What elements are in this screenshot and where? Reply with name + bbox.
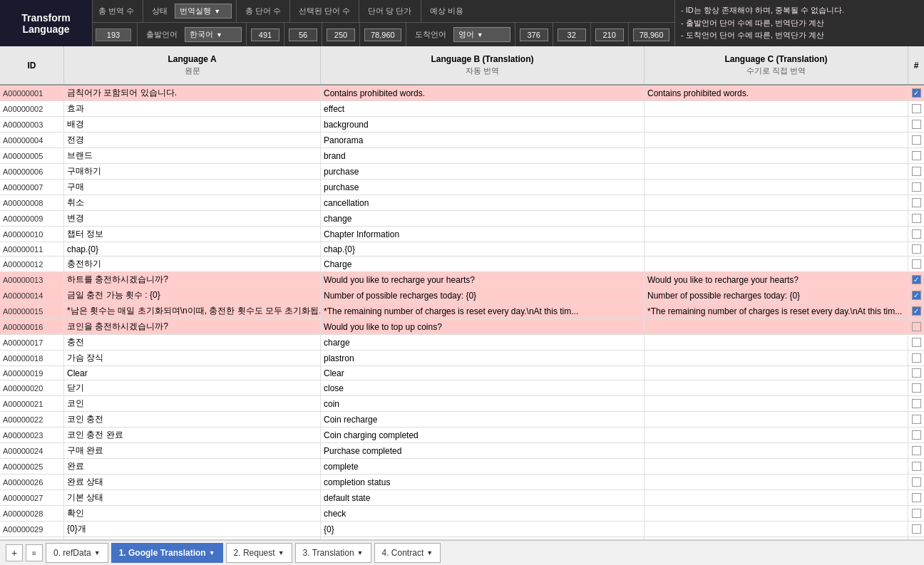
tab-2[interactable]: 2. Request ▼ <box>226 543 292 563</box>
row-checkbox[interactable] <box>912 322 921 331</box>
row-checkbox[interactable] <box>912 182 921 192</box>
cell-checkbox[interactable] <box>908 242 924 256</box>
cell-checkbox[interactable] <box>908 396 924 411</box>
cell-checkbox[interactable] <box>908 117 924 132</box>
table-row[interactable]: A00000009 변경 change <box>0 211 924 227</box>
table-row[interactable]: A00000025 완료 complete <box>0 459 924 475</box>
table-row[interactable]: A00000019 Clear Clear <box>0 366 924 380</box>
cell-checkbox[interactable]: ✓ <box>908 272 924 287</box>
row-checkbox[interactable] <box>912 524 921 534</box>
status-dropdown[interactable]: 번역실행 <box>175 4 232 19</box>
table-row[interactable]: A00000001 금칙어가 포함되어 있습니다. Contains prohi… <box>0 85 924 101</box>
row-checkbox[interactable] <box>912 368 921 378</box>
tab-3[interactable]: 3. Translation ▼ <box>295 543 371 563</box>
row-checkbox[interactable] <box>912 229 921 239</box>
source-lang-dropdown[interactable]: 한국어 <box>185 27 242 42</box>
row-checkbox[interactable] <box>912 244 921 254</box>
table-row[interactable]: A00000005 브랜드 brand <box>0 148 924 164</box>
cell-checkbox[interactable] <box>908 256 924 271</box>
table-row[interactable]: A00000021 코인 coin <box>0 396 924 412</box>
row-checkbox[interactable] <box>912 353 921 363</box>
cell-checkbox[interactable] <box>908 195 924 210</box>
row-checkbox[interactable] <box>912 399 921 408</box>
table-row[interactable]: A00000028 확인 check <box>0 506 924 522</box>
row-checkbox[interactable] <box>912 415 921 424</box>
table-row[interactable]: A00000011 chap.{0} chap.{0} <box>0 242 924 256</box>
table-row[interactable]: A00000023 코인 충전 완료 Coin charging complet… <box>0 427 924 443</box>
table-row[interactable]: A00000004 전경 Panorama <box>0 133 924 148</box>
tab-1[interactable]: 1. Google Translation ▼ <box>111 543 223 563</box>
cell-checkbox[interactable] <box>908 475 924 489</box>
cell-checkbox[interactable] <box>908 506 924 521</box>
row-checkbox[interactable] <box>912 446 921 455</box>
cell-checkbox[interactable] <box>908 101 924 116</box>
table-row[interactable]: A00000017 충전 charge <box>0 335 924 351</box>
tab-menu-button[interactable]: ≡ <box>26 544 43 561</box>
table-row[interactable]: A00000006 구매하기 purchase <box>0 164 924 180</box>
table-row[interactable]: A00000014 금일 충전 가능 횟수 : {0} Number of po… <box>0 288 924 304</box>
table-row[interactable]: A00000018 가슴 장식 plastron <box>0 351 924 366</box>
table-row[interactable]: A00000007 구매 purchase <box>0 180 924 195</box>
table-row[interactable]: A00000026 완료 상태 completion status <box>0 475 924 490</box>
cell-lang-c <box>645 133 908 147</box>
table-row[interactable]: A00000013 하트를 충전하시겠습니까? Would you like t… <box>0 272 924 288</box>
table-row[interactable]: A00000002 효과 effect <box>0 101 924 117</box>
table-row[interactable]: A00000003 배경 background <box>0 117 924 133</box>
table-row[interactable]: A00000024 구매 완료 Purchase completed <box>0 443 924 459</box>
row-checkbox[interactable] <box>912 104 921 113</box>
cell-checkbox[interactable] <box>908 380 924 395</box>
row-checkbox[interactable] <box>912 151 921 160</box>
cell-checkbox[interactable] <box>908 412 924 427</box>
cell-checkbox[interactable] <box>908 211 924 226</box>
row-checkbox[interactable] <box>912 430 921 440</box>
row-checkbox[interactable] <box>912 167 921 176</box>
row-checkbox[interactable] <box>912 493 921 502</box>
cell-checkbox[interactable]: ✓ <box>908 85 924 100</box>
row-checkbox[interactable]: ✓ <box>912 291 921 300</box>
table-row[interactable]: A00000029 {0}개 {0} <box>0 522 924 537</box>
cell-id: A00000006 <box>0 164 64 179</box>
row-checkbox[interactable]: ✓ <box>912 275 921 284</box>
cell-checkbox[interactable] <box>908 351 924 366</box>
table-row[interactable]: A00000008 취소 cancellation <box>0 195 924 211</box>
cell-checkbox[interactable] <box>908 227 924 242</box>
row-checkbox[interactable] <box>912 477 921 487</box>
cell-checkbox[interactable] <box>908 443 924 458</box>
row-checkbox[interactable] <box>912 338 921 347</box>
table-row[interactable]: A00000015 *남은 횟수는 매일 초기화되며\n이때, 충전한 횟수도 … <box>0 304 924 319</box>
row-checkbox[interactable] <box>912 214 921 223</box>
cell-checkbox[interactable] <box>908 319 924 334</box>
row-checkbox[interactable] <box>912 383 921 393</box>
row-checkbox[interactable] <box>912 198 921 207</box>
table-row[interactable]: A00000022 코인 충전 Coin recharge <box>0 412 924 427</box>
table-row[interactable]: A00000027 기본 상태 default state <box>0 490 924 506</box>
row-checkbox[interactable] <box>912 462 921 471</box>
cell-checkbox[interactable] <box>908 133 924 147</box>
cell-checkbox[interactable] <box>908 522 924 537</box>
cell-checkbox[interactable] <box>908 164 924 179</box>
tab-4[interactable]: 4. Contract ▼ <box>374 543 441 563</box>
row-checkbox[interactable] <box>912 259 921 269</box>
table-row[interactable]: A00000012 충전하기 Charge <box>0 256 924 272</box>
row-checkbox[interactable] <box>912 120 921 129</box>
cell-checkbox[interactable]: ✓ <box>908 288 924 303</box>
table-row[interactable]: A00000020 닫기 close <box>0 380 924 396</box>
cell-checkbox[interactable] <box>908 335 924 350</box>
row-checkbox[interactable]: ✓ <box>912 306 921 316</box>
cell-checkbox[interactable] <box>908 427 924 442</box>
tab-add-button[interactable]: + <box>6 544 23 561</box>
row-checkbox[interactable] <box>912 135 921 145</box>
row-checkbox[interactable] <box>912 509 921 518</box>
cell-checkbox[interactable] <box>908 459 924 474</box>
tab-0[interactable]: 0. refData ▼ <box>46 543 108 563</box>
cell-checkbox[interactable]: ✓ <box>908 304 924 318</box>
cell-checkbox[interactable] <box>908 366 924 380</box>
cell-lang-a: 취소 <box>64 195 321 210</box>
cell-checkbox[interactable] <box>908 180 924 195</box>
row-checkbox[interactable]: ✓ <box>912 88 921 98</box>
table-row[interactable]: A00000016 코인을 충전하시겠습니까? Would you like t… <box>0 319 924 335</box>
cell-checkbox[interactable] <box>908 490 924 505</box>
target-lang-dropdown[interactable]: 영어 <box>453 27 510 42</box>
table-row[interactable]: A00000010 챕터 정보 Chapter Information <box>0 227 924 242</box>
cell-checkbox[interactable] <box>908 148 924 163</box>
